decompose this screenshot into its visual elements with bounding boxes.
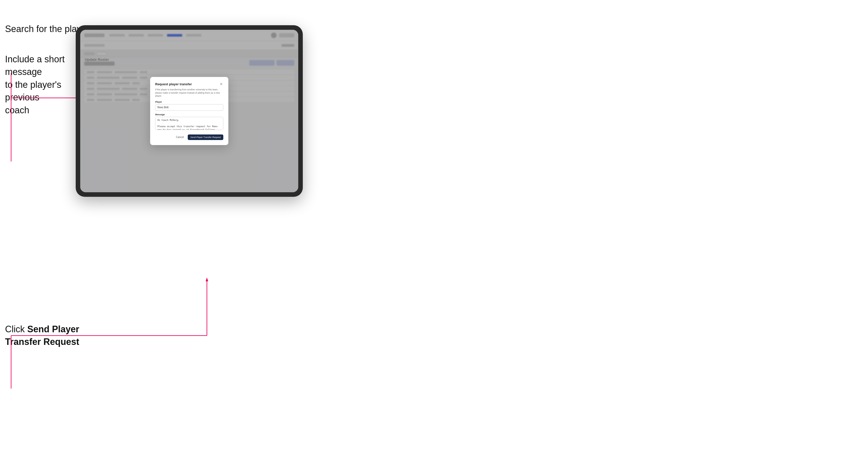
annotation-click-text: Click Send Player Transfer Request xyxy=(5,323,96,348)
request-transfer-modal: Request player transfer ✕ If the player … xyxy=(150,77,228,145)
modal-header: Request player transfer ✕ xyxy=(155,82,223,86)
close-icon[interactable]: ✕ xyxy=(219,82,223,86)
send-transfer-request-button[interactable]: Send Player Transfer Request xyxy=(188,134,223,140)
tablet-screen: Update Roster Request player transfer ✕ … xyxy=(80,30,298,192)
svg-marker-7 xyxy=(206,278,208,281)
modal-footer: Cancel Send Player Transfer Request xyxy=(155,134,223,140)
cancel-button[interactable]: Cancel xyxy=(174,135,186,139)
modal-description: If the player is transferring from anoth… xyxy=(155,88,223,98)
modal-title: Request player transfer xyxy=(155,82,192,86)
message-label: Message xyxy=(155,113,223,116)
player-input[interactable] xyxy=(155,104,223,111)
modal-overlay: Request player transfer ✕ If the player … xyxy=(80,30,298,192)
tablet-device: Update Roster Request player transfer ✕ … xyxy=(76,25,303,197)
player-label: Player xyxy=(155,101,223,103)
message-textarea[interactable] xyxy=(155,117,223,130)
